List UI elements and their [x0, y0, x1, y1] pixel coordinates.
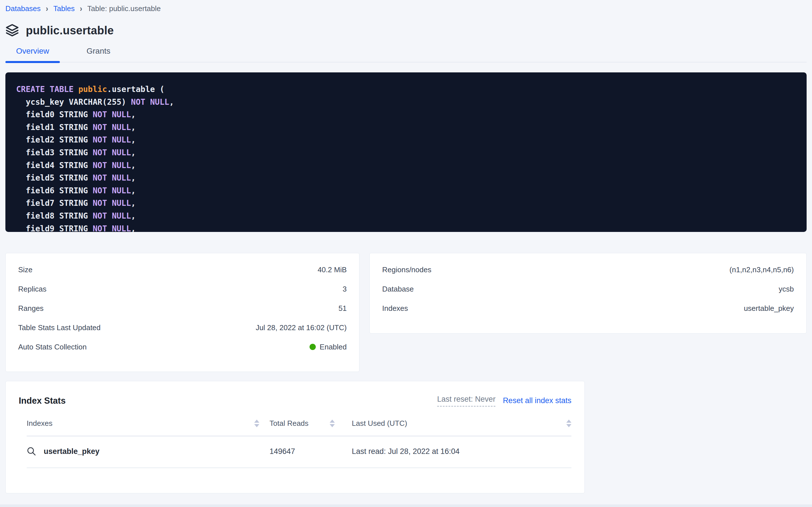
- total-reads-value: 149647: [269, 447, 335, 456]
- detail-label: Size: [18, 266, 33, 274]
- tab-bar: Overview Grants: [5, 46, 807, 62]
- detail-row: Size40.2 MiB: [18, 260, 347, 279]
- magnifier-icon: [27, 447, 36, 456]
- summary-cards: Size40.2 MiBReplicas3Ranges51Table Stats…: [5, 253, 807, 372]
- table-row: usertable_pkey 149647 Last read: Jul 28,…: [27, 436, 571, 468]
- detail-value: 40.2 MiB: [317, 266, 347, 274]
- sql-line: field9 STRING NOT NULL,: [16, 223, 795, 232]
- index-stats-card: Index Stats Last reset: Never Reset all …: [5, 381, 585, 493]
- detail-label: Auto Stats Collection: [18, 343, 86, 351]
- detail-value: (n1,n2,n3,n4,n5,n6): [730, 266, 794, 274]
- detail-row: Auto Stats CollectionEnabled: [18, 337, 347, 356]
- last-reset-label: Last reset: Never: [437, 395, 496, 406]
- detail-value: ycsb: [779, 285, 794, 293]
- detail-label: Database: [382, 285, 414, 293]
- sort-icon[interactable]: [254, 419, 259, 427]
- detail-value: 3: [343, 285, 347, 293]
- detail-label: Indexes: [382, 304, 408, 313]
- sql-line: field8 STRING NOT NULL,: [16, 210, 795, 223]
- last-used-value: Last read: Jul 28, 2022 at 16:04: [352, 447, 571, 456]
- table-stats-card: Size40.2 MiBReplicas3Ranges51Table Stats…: [5, 253, 360, 372]
- detail-row: Ranges51: [18, 299, 347, 318]
- sort-icon[interactable]: [566, 419, 571, 427]
- chevron-right-icon: ›: [80, 3, 82, 14]
- detail-value: 51: [338, 304, 347, 313]
- detail-label: Regions/nodes: [382, 266, 431, 274]
- sql-line: CREATE TABLE public.usertable (: [16, 83, 795, 96]
- detail-value: usertable_pkey: [744, 304, 794, 313]
- next-section-edge: [0, 504, 812, 507]
- table-info-card: Regions/nodes(n1,n2,n3,n4,n5,n6)Database…: [369, 253, 807, 334]
- breadcrumb-link-tables[interactable]: Tables: [53, 4, 75, 13]
- page-title: public.usertable: [26, 24, 114, 37]
- detail-row: Table Stats Last UpdatedJul 28, 2022 at …: [18, 318, 347, 337]
- index-name-link[interactable]: usertable_pkey: [44, 447, 100, 456]
- column-header-indexes: Indexes: [27, 419, 53, 428]
- detail-label: Table Stats Last Updated: [18, 323, 101, 332]
- table-header-row: Indexes Total Reads Last Used (UTC): [27, 419, 571, 436]
- reset-index-stats-link[interactable]: Reset all index stats: [503, 396, 571, 405]
- detail-label: Replicas: [18, 285, 47, 293]
- table-details-page: Databases › Tables › Table: public.usert…: [0, 0, 812, 507]
- detail-label: Ranges: [18, 304, 44, 313]
- breadcrumb-link-databases[interactable]: Databases: [5, 4, 41, 13]
- tab-overview[interactable]: Overview: [5, 47, 60, 62]
- index-stats-table: Indexes Total Reads Last Used (UTC): [19, 419, 571, 468]
- create-table-sql[interactable]: CREATE TABLE public.usertable ( ycsb_key…: [5, 72, 807, 232]
- sql-line: field1 STRING NOT NULL,: [16, 121, 795, 134]
- sql-line: field7 STRING NOT NULL,: [16, 197, 795, 210]
- detail-row: Databaseycsb: [382, 279, 794, 299]
- sql-line: field3 STRING NOT NULL,: [16, 147, 795, 159]
- sql-line: field2 STRING NOT NULL,: [16, 134, 795, 147]
- detail-row: Indexesusertable_pkey: [382, 299, 794, 318]
- sort-icon[interactable]: [330, 419, 335, 427]
- detail-value: Enabled: [310, 343, 347, 351]
- sql-line: ycsb_key VARCHAR(255) NOT NULL,: [16, 96, 795, 109]
- sql-line: field6 STRING NOT NULL,: [16, 184, 795, 197]
- layers-icon: [5, 23, 19, 37]
- breadcrumb: Databases › Tables › Table: public.usert…: [5, 3, 807, 14]
- sql-line: field4 STRING NOT NULL,: [16, 159, 795, 172]
- sql-line: field5 STRING NOT NULL,: [16, 172, 795, 184]
- page-header: public.usertable: [5, 22, 807, 39]
- status-dot-icon: [310, 344, 316, 350]
- tab-grants[interactable]: Grants: [71, 47, 126, 62]
- index-stats-title: Index Stats: [19, 396, 66, 406]
- chevron-right-icon: ›: [46, 3, 48, 14]
- sql-line: field0 STRING NOT NULL,: [16, 108, 795, 121]
- detail-row: Regions/nodes(n1,n2,n3,n4,n5,n6): [382, 260, 794, 279]
- detail-row: Replicas3: [18, 279, 347, 299]
- breadcrumb-current: Table: public.usertable: [87, 4, 161, 13]
- column-header-total-reads: Total Reads: [269, 419, 308, 428]
- detail-value: Jul 28, 2022 at 16:02 (UTC): [256, 323, 347, 332]
- column-header-last-used: Last Used (UTC): [352, 419, 407, 428]
